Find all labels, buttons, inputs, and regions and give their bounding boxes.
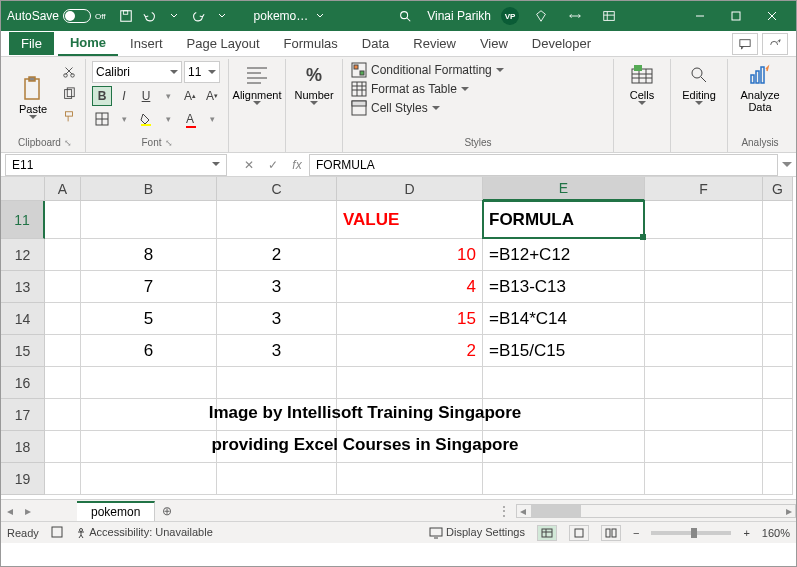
tab-data[interactable]: Data xyxy=(350,32,401,55)
conditional-formatting-button[interactable]: Conditional Formatting xyxy=(349,61,607,79)
cell xyxy=(763,239,793,271)
font-name-select[interactable]: Calibri xyxy=(92,61,182,83)
sheet-nav-prev[interactable]: ◂ xyxy=(1,504,19,518)
fill-color-icon[interactable] xyxy=(136,109,156,129)
maximize-button[interactable] xyxy=(718,1,754,31)
arrows-icon[interactable] xyxy=(566,7,584,25)
avatar[interactable]: VP xyxy=(501,7,519,25)
chevron-down-icon[interactable] xyxy=(311,7,329,25)
clipboard-label: Clipboard xyxy=(18,137,61,148)
expand-icon[interactable]: ⤡ xyxy=(64,138,72,148)
font-color-icon[interactable]: A xyxy=(180,109,200,129)
expand-formula-bar-icon[interactable] xyxy=(778,162,796,168)
enter-icon[interactable]: ✓ xyxy=(261,154,285,176)
tab-review[interactable]: Review xyxy=(401,32,468,55)
col-header[interactable]: B xyxy=(81,177,217,201)
col-header[interactable]: D xyxy=(337,177,483,201)
italic-button[interactable]: I xyxy=(114,86,134,106)
tab-home[interactable]: Home xyxy=(58,31,118,56)
redo-icon[interactable] xyxy=(189,7,207,25)
chevron-down-icon[interactable] xyxy=(213,7,231,25)
editing-icon xyxy=(685,61,713,89)
tab-formulas[interactable]: Formulas xyxy=(272,32,350,55)
row-header[interactable]: 13 xyxy=(1,271,45,303)
row-header[interactable]: 16 xyxy=(1,367,45,399)
alignment-button[interactable]: Alignment xyxy=(235,61,279,106)
font-size-select[interactable]: 11 xyxy=(184,61,220,83)
cell xyxy=(81,201,217,239)
save-icon[interactable] xyxy=(117,7,135,25)
close-button[interactable] xyxy=(754,1,790,31)
tab-page-layout[interactable]: Page Layout xyxy=(175,32,272,55)
share-button[interactable] xyxy=(762,33,788,55)
file-tab[interactable]: File xyxy=(9,32,54,55)
diamond-icon[interactable] xyxy=(532,7,550,25)
search-icon[interactable] xyxy=(396,7,414,25)
format-painter-icon[interactable] xyxy=(59,107,79,127)
col-header[interactable]: C xyxy=(217,177,337,201)
expand-icon[interactable]: ⤡ xyxy=(165,138,173,148)
cell-styles-button[interactable]: Cell Styles xyxy=(349,99,607,117)
tab-insert[interactable]: Insert xyxy=(118,32,175,55)
cell: FORMULA xyxy=(483,201,645,239)
decrease-font-icon[interactable]: A▾ xyxy=(202,86,222,106)
increase-font-icon[interactable]: A▴ xyxy=(180,86,200,106)
chevron-down-icon[interactable]: ▾ xyxy=(158,109,178,129)
zoom-out-button[interactable]: − xyxy=(633,527,639,539)
minimize-button[interactable] xyxy=(682,1,718,31)
row-headers: 11 12 13 14 15 16 17 18 19 xyxy=(1,201,45,495)
fx-icon[interactable]: fx xyxy=(285,154,309,176)
cells-area[interactable]: VALUE FORMULA 8 2 10 =B12+C12 7 3 4 =B1 xyxy=(45,201,793,495)
svg-rect-32 xyxy=(606,529,610,537)
chevron-down-icon[interactable]: ▾ xyxy=(158,86,178,106)
select-all-corner[interactable] xyxy=(1,177,45,201)
col-header[interactable]: G xyxy=(763,177,793,201)
row-header[interactable]: 19 xyxy=(1,463,45,495)
row-header[interactable]: 15 xyxy=(1,335,45,367)
analyze-data-button[interactable]: Analyze Data xyxy=(734,61,786,113)
zoom-slider[interactable] xyxy=(651,531,731,535)
zoom-level[interactable]: 160% xyxy=(762,527,790,539)
bold-button[interactable]: B xyxy=(92,86,112,106)
col-header[interactable]: F xyxy=(645,177,763,201)
sheet-nav-next[interactable]: ▸ xyxy=(19,504,37,518)
sheet-tab-active[interactable]: pokemon xyxy=(77,501,155,521)
borders-icon[interactable] xyxy=(92,109,112,129)
comments-button[interactable] xyxy=(732,33,758,55)
accessibility-status[interactable]: Accessibility: Unavailable xyxy=(75,526,213,539)
tab-developer[interactable]: Developer xyxy=(520,32,603,55)
cancel-icon[interactable]: ✕ xyxy=(237,154,261,176)
chevron-down-icon[interactable] xyxy=(165,7,183,25)
view-page-layout-icon[interactable] xyxy=(569,525,589,541)
autosave-toggle[interactable]: AutoSave Off xyxy=(7,9,106,23)
formula-input[interactable]: FORMULA xyxy=(309,154,778,176)
cut-icon[interactable] xyxy=(59,61,79,81)
name-box[interactable]: E11 xyxy=(5,154,227,176)
chevron-down-icon[interactable]: ▾ xyxy=(114,109,134,129)
row-header[interactable]: 17 xyxy=(1,399,45,431)
undo-icon[interactable] xyxy=(141,7,159,25)
app-icon[interactable] xyxy=(600,7,618,25)
col-header[interactable]: E xyxy=(483,177,645,201)
font-label: Font xyxy=(141,137,161,148)
row-header[interactable]: 11 xyxy=(1,201,45,239)
underline-button[interactable]: U xyxy=(136,86,156,106)
row-header[interactable]: 12 xyxy=(1,239,45,271)
format-as-table-button[interactable]: Format as Table xyxy=(349,80,607,98)
horizontal-scrollbar[interactable]: ◂ ▸ xyxy=(516,504,796,518)
row-header[interactable]: 18 xyxy=(1,431,45,463)
paste-button[interactable]: Paste xyxy=(11,61,55,133)
display-settings-button[interactable]: Display Settings xyxy=(429,526,525,539)
col-header[interactable]: A xyxy=(45,177,81,201)
cells-button[interactable]: Cells xyxy=(620,61,664,106)
chevron-down-icon[interactable]: ▾ xyxy=(202,109,222,129)
editing-button[interactable]: Editing xyxy=(677,61,721,106)
number-button[interactable]: % Number xyxy=(292,61,336,106)
tab-view[interactable]: View xyxy=(468,32,520,55)
copy-icon[interactable] xyxy=(59,84,79,104)
view-normal-icon[interactable] xyxy=(537,525,557,541)
add-sheet-button[interactable]: ⊕ xyxy=(155,504,179,518)
zoom-in-button[interactable]: + xyxy=(743,527,749,539)
row-header[interactable]: 14 xyxy=(1,303,45,335)
view-page-break-icon[interactable] xyxy=(601,525,621,541)
